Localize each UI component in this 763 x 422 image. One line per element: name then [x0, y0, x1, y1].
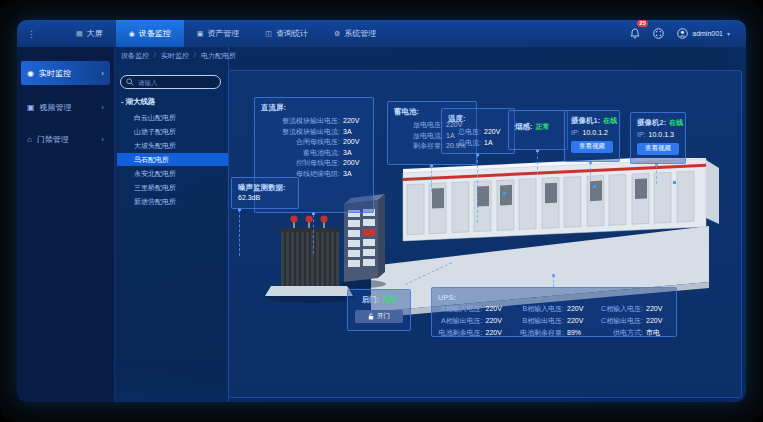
stats-icon: ◫	[265, 30, 272, 38]
chevron-down-icon: ▾	[727, 30, 730, 37]
metric-value: 220V	[486, 316, 510, 326]
metric-value: 3A	[343, 148, 367, 159]
switchgear-row	[403, 158, 706, 241]
metric-value: 200V	[343, 158, 367, 169]
door-control-card: 后门: 关闭 开门	[347, 289, 411, 331]
breadcrumb-item[interactable]: 设备监控	[121, 51, 149, 61]
ups-panel-card: UPS: A相输入电压:220V B相输入电压:220V C相输入电压:220V…	[431, 287, 677, 337]
metric-label: 控制母线电压:	[261, 158, 340, 169]
tab-label: 查询统计	[276, 28, 308, 39]
tab-label: 系统管理	[344, 28, 376, 39]
tab-system-management[interactable]: ⚙ 系统管理	[321, 20, 389, 47]
metric-label: 放电电压:	[394, 120, 443, 131]
tab-device-monitor[interactable]: ◉ 设备监控	[116, 20, 184, 47]
metric-value: 200V	[343, 137, 367, 148]
door-status: 关闭	[382, 295, 396, 306]
metric-value: 220V	[486, 328, 510, 338]
screen-icon: ▤	[76, 30, 83, 38]
room-end-wall	[706, 160, 719, 224]
metric-label: 供电方式:	[601, 328, 643, 338]
main-sidebar: ◉ 实时监控 › ▣ 视频管理 › ⌂ 门禁管理 ›	[17, 47, 115, 402]
connector-line	[431, 166, 432, 192]
collapse-icon: -	[121, 97, 124, 106]
metric-label: A相输入电压:	[438, 304, 483, 314]
metric-label: 合闸母线电压:	[261, 137, 340, 148]
sidebar-item-realtime-monitor[interactable]: ◉ 实时监控 ›	[21, 61, 110, 85]
sidebar-item-label: 视频管理	[40, 102, 72, 113]
tree-item-substation[interactable]: 大坡头配电所	[117, 139, 228, 152]
video-icon: ▣	[27, 103, 35, 112]
chevron-right-icon: ›	[101, 103, 104, 112]
sidebar-item-label: 门禁管理	[37, 134, 69, 145]
smoke-sensor-card: 烟感: 正常	[508, 110, 568, 150]
metric-label: B相输入电压:	[520, 304, 565, 314]
door-label: 后门:	[362, 295, 380, 306]
smoke-status: 正常	[536, 122, 550, 133]
tree-search-input[interactable]	[120, 75, 221, 89]
tab-label: 大屏	[87, 28, 103, 39]
tree-item-substation[interactable]: 白云山配电所	[117, 111, 228, 124]
tree-item-substation[interactable]: 山塘子配电所	[117, 125, 228, 138]
connector-line	[477, 155, 478, 223]
metric-label: 整流模块输出电流:	[261, 127, 340, 138]
camera1-card: 摄像机1: 在线 IP: 10.0.1.2 查看视频	[564, 110, 620, 162]
open-door-label: 开门	[377, 312, 390, 321]
metric-label: 蓄电池电流:	[261, 148, 340, 159]
open-door-button[interactable]: 开门	[355, 310, 403, 323]
realtime-monitor-icon: ◉	[27, 69, 34, 78]
fullscreen-button[interactable]	[653, 25, 664, 43]
window-handle-icon: ⋮	[27, 29, 37, 39]
sidebar-item-access-control[interactable]: ⌂ 门禁管理 ›	[21, 127, 110, 151]
tree-item-substation[interactable]: 永安北配电所	[117, 167, 228, 180]
metric-label: 总电压:	[448, 127, 481, 138]
user-menu[interactable]: admin001 ▾	[677, 28, 730, 39]
view-video-button[interactable]: 查看视频	[571, 141, 613, 153]
noise-title: 噪声监测数据:	[238, 183, 292, 193]
notification-badge: 25	[637, 20, 648, 27]
camera2-card: 摄像机2: 在线 IP: 10.0.1.3 查看视频	[630, 112, 686, 164]
connector-line	[239, 210, 240, 256]
camera2-label: 摄像机2:	[637, 118, 666, 129]
unlock-icon	[368, 313, 374, 320]
tree-root-node[interactable]: - 湖大线路	[121, 97, 156, 107]
temperature-panel-title: 温度:	[448, 114, 508, 124]
metric-value: 220V	[484, 127, 508, 138]
chevron-right-icon: ›	[101, 69, 104, 78]
app-window: ⋮ ▤ 大屏 ◉ 设备监控 ▣ 资产管理 ◫ 查询统计	[17, 20, 746, 402]
camera2-status: 在线	[669, 118, 683, 129]
noise-monitor-card: 噪声监测数据: 62.3dB	[231, 177, 299, 209]
tab-asset-management[interactable]: ▣ 资产管理	[184, 20, 253, 47]
breadcrumb-item[interactable]: 实时监控	[161, 51, 189, 61]
system-icon: ⚙	[334, 30, 340, 38]
smoke-label: 烟感:	[515, 122, 533, 133]
avatar-icon	[677, 28, 688, 39]
ip-label: IP:	[637, 130, 646, 140]
connector-line	[313, 214, 314, 254]
ups-grid: A相输入电压:220V B相输入电压:220V C相输入电压:220V A相输出…	[438, 304, 670, 338]
metric-value: 220V	[567, 304, 591, 314]
metric-label: A相输出电压:	[438, 316, 483, 326]
device-marker	[673, 181, 676, 184]
sidebar-item-label: 实时监控	[39, 68, 71, 79]
notifications-button[interactable]: 25	[630, 25, 640, 43]
bell-icon	[630, 28, 640, 39]
tab-big-screen[interactable]: ▤ 大屏	[63, 20, 116, 47]
metric-label: 放电电流:	[394, 131, 443, 142]
monitor-icon: ◉	[129, 30, 135, 38]
username: admin001	[692, 30, 723, 37]
breadcrumb-item[interactable]: 电力配电所	[201, 51, 236, 61]
tree-root-label: 湖大线路	[126, 97, 156, 106]
tab-query-statistics[interactable]: ◫ 查询统计	[252, 20, 321, 47]
asset-icon: ▣	[197, 30, 204, 38]
connector-dot	[552, 274, 555, 277]
camera1-label: 摄像机1:	[571, 116, 600, 127]
view-video-button[interactable]: 查看视频	[637, 143, 679, 155]
screen: ⋮ ▤ 大屏 ◉ 设备监控 ▣ 资产管理 ◫ 查询统计	[0, 0, 763, 422]
sidebar-item-video-management[interactable]: ▣ 视频管理 ›	[21, 95, 110, 119]
metric-label: 剩余容量:	[394, 141, 443, 152]
tree-item-substation[interactable]: 新塘营配电所	[117, 195, 228, 208]
metric-label: 整流模块输出电压:	[261, 116, 340, 127]
tree-item-substation[interactable]: 三里桥配电所	[117, 181, 228, 194]
camera1-status: 在线	[603, 116, 617, 127]
tree-item-substation-active[interactable]: 乌石配电所	[117, 153, 228, 166]
